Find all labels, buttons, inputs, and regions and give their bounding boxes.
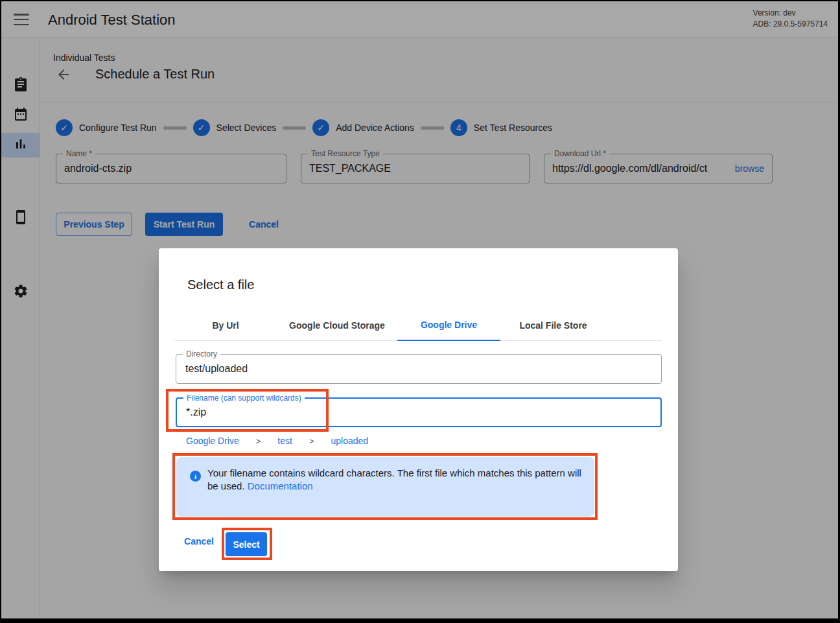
chevron-right-icon: > (256, 436, 261, 446)
tab-google-drive[interactable]: Google Drive (397, 310, 500, 341)
directory-field-value: test/uploaded (185, 363, 248, 375)
dialog-select-button[interactable]: Select (226, 532, 267, 556)
tab-local-file-store[interactable]: Local File Store (500, 310, 606, 341)
tab-google-cloud-storage[interactable]: Google Cloud Storage (277, 310, 397, 341)
dialog-title: Select a file (187, 277, 254, 292)
chevron-right-icon: > (309, 436, 314, 446)
dialog-tabs: By Url Google Cloud Storage Google Drive… (174, 310, 662, 341)
wildcard-info-banner: i Your filename contains wildcard charac… (176, 457, 594, 517)
banner-text: Your filename contains wildcard characte… (207, 467, 587, 492)
breadcrumb: Google Drive > test > uploaded (186, 436, 368, 446)
breadcrumb-google-drive[interactable]: Google Drive (186, 436, 239, 446)
filename-field-value: *.zip (186, 406, 206, 418)
filename-field-label: Filename (can support wildcards) (183, 394, 305, 403)
breadcrumb-test[interactable]: test (277, 436, 292, 446)
app-window: Android Test Station Version: dev ADB: 2… (1, 1, 838, 618)
directory-field[interactable]: Directory test/uploaded (176, 354, 662, 384)
breadcrumb-uploaded[interactable]: uploaded (331, 436, 368, 446)
select-file-dialog: Select a file By Url Google Cloud Storag… (159, 248, 678, 571)
filename-field[interactable]: Filename (can support wildcards) *.zip (176, 397, 662, 427)
directory-field-label: Directory (183, 349, 220, 359)
info-icon: i (190, 471, 201, 482)
tab-by-url[interactable]: By Url (174, 310, 277, 341)
documentation-link[interactable]: Documentation (248, 480, 313, 491)
dialog-cancel-button[interactable]: Cancel (180, 530, 218, 553)
